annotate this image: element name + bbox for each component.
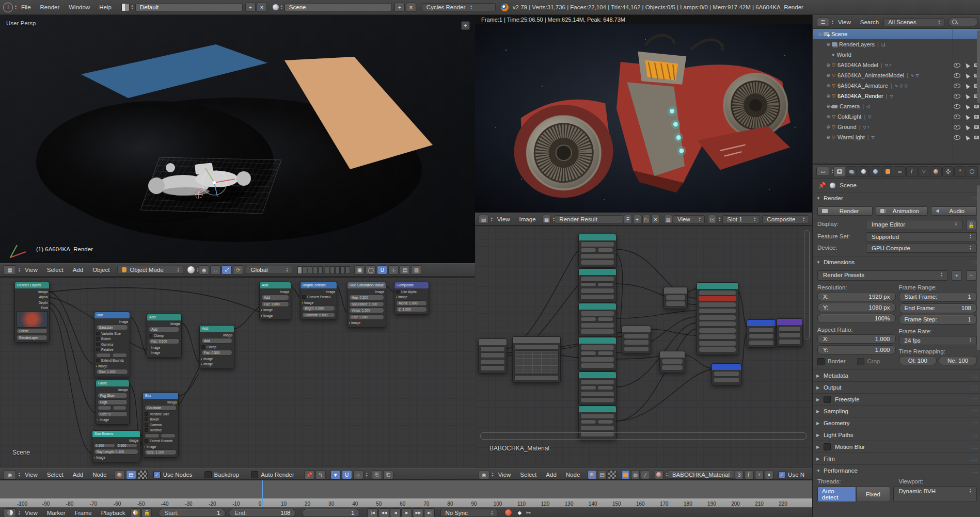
panel-performance-header[interactable]: ▼ Performance :::: bbox=[813, 464, 980, 476]
node-row-pair[interactable] bbox=[580, 317, 614, 321]
texture-nodes-icon[interactable] bbox=[137, 470, 148, 479]
new-image-button[interactable]: + bbox=[633, 215, 641, 224]
play-button[interactable]: ▶ bbox=[401, 508, 412, 517]
viewport-shading-icon[interactable] bbox=[187, 266, 195, 273]
backdrop-checkbox[interactable] bbox=[204, 471, 212, 478]
selectability-cursor-icon[interactable] bbox=[964, 114, 970, 120]
v-scrollbar[interactable] bbox=[804, 230, 810, 340]
node-row-menu[interactable]: Scene bbox=[17, 328, 48, 334]
snap-magnet-icon[interactable]: U bbox=[377, 265, 387, 274]
copy-nodes-icon[interactable]: ⎘ bbox=[372, 470, 382, 479]
next-keyframe-button[interactable]: ▶▶ bbox=[413, 508, 423, 517]
parent-node-tree-icon[interactable]: ↰ bbox=[315, 470, 326, 479]
node-header[interactable] bbox=[712, 364, 741, 370]
tab-object-data[interactable]: ▽ bbox=[918, 166, 929, 177]
use-nodes-checkbox[interactable]: ✓ bbox=[778, 471, 785, 478]
panel-light-paths-header[interactable]: ▶Light Paths:::: bbox=[813, 429, 980, 441]
panel-expand-plus[interactable]: + bbox=[461, 21, 470, 30]
visibility-eye-icon[interactable] bbox=[954, 73, 960, 78]
editor-type-icon[interactable]: ▤ bbox=[479, 215, 488, 224]
render-opengl-icon[interactable]: ▤ bbox=[400, 265, 410, 274]
menu-view[interactable]: View bbox=[833, 19, 856, 25]
layout-name-field[interactable]: Default bbox=[135, 3, 243, 11]
aspect-y-field[interactable]: Y:1.000 bbox=[817, 345, 896, 354]
node-blur[interactable]: BlurImageGaussianVariable SizeBokehGamma… bbox=[94, 312, 130, 377]
h-scrollbar[interactable] bbox=[480, 432, 807, 440]
viewport-bvh-select[interactable]: Dynamic BVH▴▾ bbox=[893, 487, 977, 502]
timeline-ruler[interactable]: -100-90-80-70-60-50-40-30-20-10010203040… bbox=[0, 498, 812, 508]
visibility-eye-icon[interactable] bbox=[954, 135, 960, 140]
node-row-pair[interactable] bbox=[580, 282, 614, 287]
expand-icon[interactable]: ⊕ bbox=[825, 124, 832, 130]
pin-icon[interactable]: 📌 bbox=[304, 470, 314, 479]
border-checkbox[interactable] bbox=[817, 358, 825, 365]
renderability-camera-icon[interactable] bbox=[974, 105, 979, 108]
breadcrumb-scene[interactable]: Scene bbox=[840, 182, 857, 188]
node-hue-saturation-value[interactable]: Hue Saturation ValueImageHue: 0.500Satur… bbox=[347, 282, 386, 328]
snap-grid-icon[interactable]: ⊹ bbox=[353, 470, 363, 479]
unlink-image-button[interactable]: × bbox=[651, 215, 659, 224]
outliner-item-ground[interactable]: ⊕▽Ground|▽/ bbox=[813, 122, 980, 132]
visibility-eye-icon[interactable] bbox=[954, 104, 960, 109]
aspect-x-field[interactable]: X:1.000 bbox=[817, 334, 896, 344]
lock-interface-icon[interactable]: 🔓 bbox=[966, 220, 976, 230]
display-mode-select[interactable]: All Scenes▴▾ bbox=[883, 18, 944, 26]
node-header[interactable]: Blur bbox=[94, 312, 130, 318]
expand-icon[interactable]: ⊕ bbox=[825, 135, 832, 140]
outliner[interactable]: ☰ ▴▾ View Search All Scenes▴▾ ⊖Scene⊕Ren… bbox=[812, 15, 980, 164]
node-row-slider[interactable]: Ray Length: 0.100 bbox=[94, 449, 138, 455]
material-name-field[interactable]: BABOCHKA_Material bbox=[668, 471, 734, 479]
view-mode-icon[interactable]: ▥ bbox=[664, 215, 672, 224]
shader-nodes-icon[interactable] bbox=[115, 470, 125, 479]
menu-file[interactable]: File bbox=[17, 4, 36, 10]
node-add[interactable]: AddImageAddClampFac: 0.500ImageImage bbox=[199, 325, 234, 369]
node-row-menu[interactable]: High bbox=[98, 399, 128, 405]
node-row-menu[interactable]: Add bbox=[149, 327, 180, 332]
selectability-cursor-icon[interactable] bbox=[964, 72, 970, 78]
node-row-check[interactable]: Bokeh bbox=[145, 417, 177, 422]
start-frame-field[interactable]: Start:1 bbox=[159, 509, 226, 517]
res-y-field[interactable]: Y:1080 px bbox=[817, 303, 896, 312]
jump-end-button[interactable]: ▶| bbox=[424, 508, 435, 517]
node-unlabeled[interactable] bbox=[578, 371, 617, 406]
node-row-pair[interactable] bbox=[145, 433, 177, 438]
manipulator-rotate-icon[interactable]: ⟳ bbox=[233, 265, 243, 274]
menu-help[interactable]: Help bbox=[94, 4, 116, 10]
menu-view[interactable]: View bbox=[493, 216, 515, 222]
jump-start-button[interactable]: |◀ bbox=[367, 508, 378, 517]
node-unlabeled[interactable] bbox=[478, 338, 507, 374]
editor-type-icon[interactable]: ▭ bbox=[816, 167, 829, 176]
node-unlabeled[interactable] bbox=[578, 268, 617, 302]
mode-select[interactable]: Object Mode▴▾ bbox=[117, 266, 183, 274]
editor-type-icon[interactable] bbox=[4, 508, 16, 517]
node-row-check[interactable]: Convert Premul bbox=[302, 295, 335, 299]
pin-icon[interactable]: 📌 bbox=[818, 182, 826, 189]
outliner-item-6a604ka-render[interactable]: ⊕▽6A604KA_Render|▽ bbox=[813, 91, 980, 101]
menu-object[interactable]: Object bbox=[88, 267, 114, 273]
tab-render-layers[interactable] bbox=[846, 166, 857, 177]
menu-view[interactable]: View bbox=[20, 472, 42, 478]
expand-icon[interactable]: ⊖ bbox=[816, 31, 824, 37]
paste-nodes-icon[interactable]: ⎗ bbox=[383, 470, 393, 479]
node-row-slider[interactable]: Fac: 1.000 bbox=[261, 301, 289, 307]
panel-checkbox[interactable] bbox=[824, 396, 831, 403]
layers-grid[interactable] bbox=[297, 266, 323, 274]
res-percent-field[interactable]: 100% bbox=[817, 314, 896, 323]
lock-icon[interactable]: ▣ bbox=[354, 265, 365, 274]
node-row-check[interactable]: Relative bbox=[96, 347, 128, 352]
panel-render-header[interactable]: ▼ Render :::: bbox=[813, 192, 980, 204]
frame-rate-select[interactable]: 24 fps▴▾ bbox=[899, 336, 977, 345]
node-row-check[interactable]: Extend Bounds bbox=[96, 358, 128, 363]
use-nodes-checkbox[interactable]: ✓ bbox=[153, 471, 161, 478]
editor-type-icon[interactable]: ◉ bbox=[4, 470, 16, 479]
pass-select[interactable]: Composite▴▾ bbox=[762, 215, 809, 223]
outliner-item-6a604ka-model[interactable]: ⊕▽6A604KA Model|▽/ bbox=[813, 60, 980, 70]
tab-modifiers[interactable]: / bbox=[906, 166, 918, 177]
node-row-menu[interactable]: Gaussian bbox=[96, 325, 128, 330]
selectability-cursor-icon[interactable] bbox=[964, 93, 970, 99]
node-header[interactable] bbox=[479, 339, 507, 345]
panel-sampling-header[interactable]: ▶Sampling:::: bbox=[813, 405, 980, 417]
node-unlabeled[interactable] bbox=[697, 282, 738, 355]
node-header[interactable]: Hue Saturation Value bbox=[347, 282, 386, 288]
pivot-icon[interactable]: ◉ bbox=[199, 265, 209, 274]
